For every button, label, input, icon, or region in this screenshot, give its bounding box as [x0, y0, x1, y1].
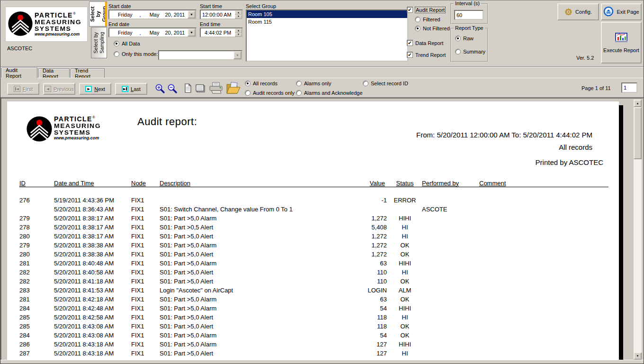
cell-node: FIX1	[131, 340, 160, 349]
zoom-in-icon[interactable]	[155, 83, 165, 95]
cell-status: OK	[388, 277, 422, 286]
only-this-mode-radio[interactable]: Only this mode:	[114, 51, 158, 57]
all-data-radio[interactable]: All Data	[114, 41, 140, 46]
tab-label: Data Report	[43, 68, 65, 79]
list-item-group[interactable]: Room 105	[247, 10, 407, 18]
report-table-body: 2765/19/2011 4:43:36 PMFIX1-1ERROR5/20/2…	[19, 187, 608, 361]
page-status: Page 1 of 11	[581, 85, 611, 91]
cell-value: LOGIN	[351, 286, 388, 295]
spacer-row	[19, 187, 608, 196]
execute-report-button[interactable]: Execute Report	[601, 22, 642, 64]
report-type-label: Report Type	[454, 25, 485, 31]
table-row: 2805/20/2011 8:38:38 AMFIX1S01: Part >5,…	[19, 250, 608, 259]
side-tab-select-by-group[interactable]: Select by Group	[89, 1, 107, 27]
end-date-separator: ,	[140, 30, 141, 36]
alarms-and-acknowledge-radio[interactable]: Alarms and Acknowledge	[296, 90, 363, 96]
col-header-comment: Comment	[479, 177, 608, 187]
cell-comment	[479, 295, 608, 304]
scroll-down-button[interactable]: ▼	[634, 352, 642, 360]
report-date-range: From: 5/20/2011 12:00:00 AM To: 5/20/201…	[416, 131, 592, 139]
cell-value: 1,272	[351, 214, 388, 223]
spin-down-button[interactable]: ▼	[235, 33, 242, 37]
multi-page-view-icon[interactable]	[196, 84, 205, 93]
next-page-button[interactable]: ▶ Next	[79, 83, 111, 95]
start-time-field[interactable]: 12:00:00 AM ▲ ▼	[200, 9, 243, 19]
previous-page-button[interactable]: ◀ Previous	[43, 83, 75, 95]
cell-status: HI	[388, 232, 422, 241]
tab-data-report[interactable]: Data Report	[38, 68, 70, 78]
cell-performed-by	[422, 268, 479, 277]
interval-label: Interval (s)	[454, 0, 481, 6]
cell-performed-by	[422, 259, 479, 268]
cell-value: 118	[351, 313, 388, 322]
cell-id: 279	[19, 241, 54, 250]
cell-id: 283	[19, 286, 54, 295]
select-group-list[interactable]: Room 105Room 115	[246, 9, 408, 62]
tab-label: Trend Report	[75, 68, 100, 79]
only-this-mode-dropdown-button[interactable]: ▼	[233, 51, 242, 59]
alarms-only-radio[interactable]: Alarms only	[296, 81, 331, 86]
cell-comment	[479, 286, 608, 295]
scroll-up-button[interactable]: ▲	[634, 100, 642, 107]
side-tab-select-by-sampling[interactable]: Select by Sampling	[91, 27, 107, 58]
audit-records-only-radio[interactable]: Audit records only	[245, 90, 295, 96]
cell-node: FIX1	[131, 232, 160, 241]
all-records-radio[interactable]: All records	[245, 81, 277, 86]
tab-trend-report[interactable]: Trend Report	[71, 68, 105, 78]
exit-page-button[interactable]: Exit Page	[601, 3, 642, 20]
start-date-combo[interactable]: Friday , May 20, 2011 ▼	[108, 9, 197, 19]
interval-input[interactable]	[454, 10, 483, 20]
list-item-group[interactable]: Room 115	[247, 18, 407, 26]
select-record-id-radio[interactable]: Select record ID	[363, 81, 408, 86]
start-date-dropdown-button[interactable]: ▼	[188, 10, 196, 18]
report-page: PARTICLE® MEASURING SYSTEMS www.pmeasuri…	[7, 101, 619, 361]
spin-up-button[interactable]: ▲	[235, 28, 242, 33]
page-number-input[interactable]	[621, 82, 637, 93]
cell-status	[388, 205, 422, 214]
end-time-field[interactable]: 4:44:02 PM ▲ ▼	[200, 27, 243, 37]
cell-date-time: 5/20/2011 8:40:48 AM	[54, 259, 131, 268]
audit-records-only-label: Audit records only	[253, 90, 295, 96]
registered-mark: ®	[92, 115, 95, 119]
spin-down-button[interactable]: ▼	[235, 15, 242, 19]
not-filtered-radio[interactable]: Not Filtered	[415, 26, 450, 31]
cell-comment	[479, 205, 608, 214]
first-page-button[interactable]: ◀ First	[7, 83, 39, 95]
data-report-checkbox[interactable]: ✔ Data Report	[407, 40, 443, 46]
gear-icon: ⚙	[564, 8, 572, 17]
cell-node: FIX1	[131, 277, 160, 286]
cell-node: FIX1	[131, 205, 160, 214]
cell-description: S01: Part >5,0 Alert	[160, 349, 351, 358]
spin-up-button[interactable]: ▲	[235, 10, 242, 15]
open-folder-icon[interactable]	[226, 81, 241, 96]
zoom-out-icon[interactable]	[167, 83, 178, 95]
checkbox-icon: ✔	[407, 52, 413, 58]
raw-radio[interactable]: Raw	[455, 36, 474, 41]
vertical-scrollbar[interactable]: ▲ ▼	[634, 100, 642, 360]
single-page-view-icon[interactable]	[184, 83, 192, 94]
all-records-label: All records	[253, 81, 277, 86]
filtered-radio[interactable]: Filtered	[415, 17, 440, 22]
exit-page-label: Exit Page	[617, 9, 639, 15]
end-time-spinner: ▲ ▼	[235, 28, 242, 36]
cell-description: S01: Part >5,0 Alert	[160, 250, 351, 259]
audit-report-checkbox[interactable]: ✔ Audit Report	[407, 7, 445, 13]
report-tab-strip: Audit Report Data Report Trend Report	[0, 67, 644, 78]
config-button[interactable]: ⚙ Config.	[557, 3, 599, 20]
cell-comment	[479, 241, 608, 250]
first-icon: ◀	[14, 86, 20, 92]
last-page-button[interactable]: ▶ Last	[115, 83, 147, 95]
summary-radio[interactable]: Summary	[455, 49, 485, 55]
chevron-down-icon: ▼	[190, 31, 193, 34]
end-date-dropdown-button[interactable]: ▼	[188, 28, 196, 36]
logo-url: www.pmeasuring.com	[54, 136, 101, 140]
print-icon[interactable]	[209, 82, 223, 96]
end-date-combo[interactable]: Friday , May 20, 2011 ▼	[108, 27, 197, 37]
scrollbar-thumb[interactable]	[634, 107, 642, 159]
tab-audit-report[interactable]: Audit Report	[1, 67, 37, 78]
cell-performed-by	[422, 304, 479, 313]
cell-comment	[479, 250, 608, 259]
only-this-mode-combo[interactable]: ▼	[158, 50, 242, 60]
cell-date-time: 5/20/2011 8:36:43 AM	[54, 205, 131, 214]
trend-report-checkbox[interactable]: ✔ Trend Report	[407, 52, 446, 58]
